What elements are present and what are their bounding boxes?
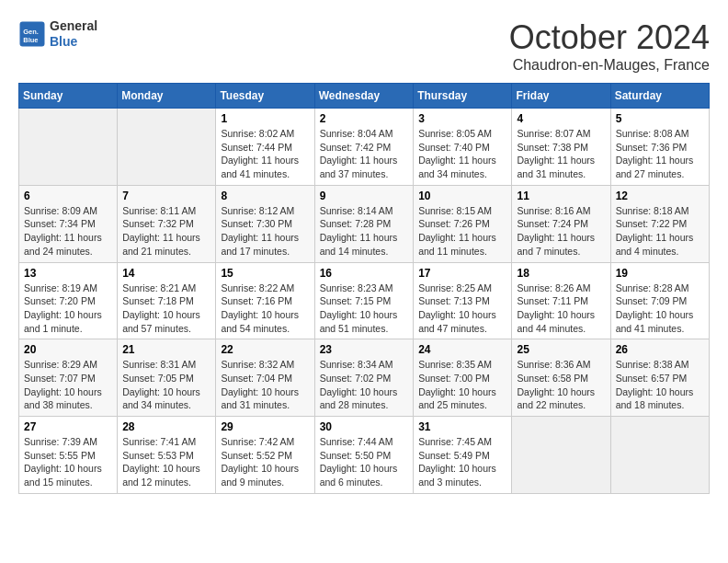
day-info: Sunrise: 8:21 AM Sunset: 7:18 PM Dayligh… — [122, 282, 210, 336]
calendar-cell: 13Sunrise: 8:19 AM Sunset: 7:20 PM Dayli… — [19, 262, 118, 339]
calendar-cell: 2Sunrise: 8:04 AM Sunset: 7:42 PM Daylig… — [314, 109, 414, 186]
day-number: 27 — [24, 420, 112, 433]
calendar-cell: 28Sunrise: 7:41 AM Sunset: 5:53 PM Dayli… — [118, 417, 216, 494]
calendar-cell: 1Sunrise: 8:02 AM Sunset: 7:44 PM Daylig… — [216, 109, 314, 186]
day-number: 3 — [418, 112, 506, 125]
calendar-cell: 3Sunrise: 8:05 AM Sunset: 7:40 PM Daylig… — [414, 109, 512, 186]
svg-text:Gen.: Gen. — [23, 28, 39, 36]
day-number: 29 — [221, 420, 309, 433]
calendar-cell: 27Sunrise: 7:39 AM Sunset: 5:55 PM Dayli… — [19, 417, 118, 494]
calendar-week-row: 13Sunrise: 8:19 AM Sunset: 7:20 PM Dayli… — [19, 262, 710, 339]
day-info: Sunrise: 8:09 AM Sunset: 7:34 PM Dayligh… — [24, 204, 112, 259]
calendar-cell: 25Sunrise: 8:36 AM Sunset: 6:58 PM Dayli… — [512, 339, 610, 417]
month-title: October 2024 — [509, 18, 710, 57]
calendar-cell: 11Sunrise: 8:16 AM Sunset: 7:24 PM Dayli… — [512, 185, 610, 262]
calendar-cell: 31Sunrise: 7:45 AM Sunset: 5:49 PM Dayli… — [414, 417, 512, 494]
weekday-header: Sunday — [19, 84, 118, 109]
day-number: 10 — [418, 190, 506, 202]
day-info: Sunrise: 8:11 AM Sunset: 7:32 PM Dayligh… — [122, 204, 210, 259]
calendar-cell: 8Sunrise: 8:12 AM Sunset: 7:30 PM Daylig… — [216, 185, 314, 262]
day-info: Sunrise: 8:34 AM Sunset: 7:02 PM Dayligh… — [320, 358, 409, 412]
day-number: 16 — [320, 267, 409, 280]
day-info: Sunrise: 8:07 AM Sunset: 7:38 PM Dayligh… — [517, 127, 605, 181]
calendar-cell: 18Sunrise: 8:26 AM Sunset: 7:11 PM Dayli… — [512, 262, 610, 339]
day-info: Sunrise: 8:26 AM Sunset: 7:11 PM Dayligh… — [517, 282, 605, 336]
day-number: 23 — [320, 343, 409, 356]
calendar-cell: 7Sunrise: 8:11 AM Sunset: 7:32 PM Daylig… — [118, 185, 216, 262]
day-number: 9 — [320, 190, 409, 202]
day-number: 26 — [616, 343, 704, 356]
day-info: Sunrise: 7:44 AM Sunset: 5:50 PM Dayligh… — [320, 435, 409, 489]
day-number: 31 — [418, 420, 506, 433]
calendar-cell — [512, 417, 610, 494]
day-number: 17 — [418, 267, 506, 280]
day-number: 1 — [221, 112, 309, 125]
day-number: 2 — [320, 112, 409, 125]
calendar-cell: 22Sunrise: 8:32 AM Sunset: 7:04 PM Dayli… — [216, 339, 314, 417]
day-number: 24 — [418, 343, 506, 356]
day-info: Sunrise: 8:19 AM Sunset: 7:20 PM Dayligh… — [24, 282, 112, 336]
day-info: Sunrise: 7:42 AM Sunset: 5:52 PM Dayligh… — [221, 435, 309, 489]
day-info: Sunrise: 7:39 AM Sunset: 5:55 PM Dayligh… — [24, 435, 112, 489]
day-number: 30 — [320, 420, 409, 433]
day-number: 14 — [122, 267, 210, 280]
weekday-header: Friday — [512, 84, 610, 109]
calendar-cell: 17Sunrise: 8:25 AM Sunset: 7:13 PM Dayli… — [414, 262, 512, 339]
calendar-cell — [610, 417, 709, 494]
calendar-table: SundayMondayTuesdayWednesdayThursdayFrid… — [18, 83, 710, 494]
page-header: Gen. Blue General Blue October 2024 Chau… — [18, 18, 710, 74]
day-info: Sunrise: 8:02 AM Sunset: 7:44 PM Dayligh… — [221, 127, 309, 181]
weekday-header: Thursday — [414, 84, 512, 109]
calendar-week-row: 6Sunrise: 8:09 AM Sunset: 7:34 PM Daylig… — [19, 185, 710, 262]
day-number: 18 — [517, 267, 605, 280]
day-number: 25 — [517, 343, 605, 356]
calendar-cell: 30Sunrise: 7:44 AM Sunset: 5:50 PM Dayli… — [314, 417, 414, 494]
day-info: Sunrise: 8:04 AM Sunset: 7:42 PM Dayligh… — [320, 127, 409, 181]
day-number: 6 — [24, 190, 112, 202]
day-info: Sunrise: 8:38 AM Sunset: 6:57 PM Dayligh… — [616, 358, 704, 412]
day-info: Sunrise: 8:35 AM Sunset: 7:00 PM Dayligh… — [418, 358, 506, 412]
calendar-cell — [118, 109, 216, 186]
day-number: 21 — [122, 343, 210, 356]
calendar-cell: 21Sunrise: 8:31 AM Sunset: 7:05 PM Dayli… — [118, 339, 216, 417]
day-info: Sunrise: 8:15 AM Sunset: 7:26 PM Dayligh… — [418, 204, 506, 259]
calendar-cell: 5Sunrise: 8:08 AM Sunset: 7:36 PM Daylig… — [610, 109, 709, 186]
location: Chaudron-en-Mauges, France — [509, 57, 710, 74]
calendar-cell: 16Sunrise: 8:23 AM Sunset: 7:15 PM Dayli… — [314, 262, 414, 339]
calendar-cell: 6Sunrise: 8:09 AM Sunset: 7:34 PM Daylig… — [19, 185, 118, 262]
calendar-week-row: 27Sunrise: 7:39 AM Sunset: 5:55 PM Dayli… — [19, 417, 710, 494]
logo-text: General Blue — [50, 18, 97, 50]
day-info: Sunrise: 8:05 AM Sunset: 7:40 PM Dayligh… — [418, 127, 506, 181]
weekday-header: Tuesday — [216, 84, 314, 109]
calendar-week-row: 20Sunrise: 8:29 AM Sunset: 7:07 PM Dayli… — [19, 339, 710, 417]
day-info: Sunrise: 8:08 AM Sunset: 7:36 PM Dayligh… — [616, 127, 704, 181]
logo-icon: Gen. Blue — [18, 20, 46, 48]
calendar-cell: 20Sunrise: 8:29 AM Sunset: 7:07 PM Dayli… — [19, 339, 118, 417]
weekday-header: Wednesday — [314, 84, 414, 109]
day-number: 15 — [221, 267, 309, 280]
day-info: Sunrise: 8:22 AM Sunset: 7:16 PM Dayligh… — [221, 282, 309, 336]
calendar-header-row: SundayMondayTuesdayWednesdayThursdayFrid… — [19, 84, 710, 109]
day-info: Sunrise: 7:45 AM Sunset: 5:49 PM Dayligh… — [418, 435, 506, 489]
day-info: Sunrise: 8:16 AM Sunset: 7:24 PM Dayligh… — [517, 204, 605, 259]
day-info: Sunrise: 8:32 AM Sunset: 7:04 PM Dayligh… — [221, 358, 309, 412]
calendar-cell: 12Sunrise: 8:18 AM Sunset: 7:22 PM Dayli… — [610, 185, 709, 262]
day-number: 20 — [24, 343, 112, 356]
title-block: October 2024 Chaudron-en-Mauges, France — [509, 18, 710, 74]
day-info: Sunrise: 8:25 AM Sunset: 7:13 PM Dayligh… — [418, 282, 506, 336]
day-number: 28 — [122, 420, 210, 433]
day-info: Sunrise: 8:29 AM Sunset: 7:07 PM Dayligh… — [24, 358, 112, 412]
calendar-cell: 9Sunrise: 8:14 AM Sunset: 7:28 PM Daylig… — [314, 185, 414, 262]
day-number: 22 — [221, 343, 309, 356]
calendar-cell: 26Sunrise: 8:38 AM Sunset: 6:57 PM Dayli… — [610, 339, 709, 417]
day-number: 19 — [616, 267, 704, 280]
calendar-cell: 14Sunrise: 8:21 AM Sunset: 7:18 PM Dayli… — [118, 262, 216, 339]
day-info: Sunrise: 8:28 AM Sunset: 7:09 PM Dayligh… — [616, 282, 704, 336]
day-number: 12 — [616, 190, 704, 202]
day-number: 4 — [517, 112, 605, 125]
day-number: 13 — [24, 267, 112, 280]
day-number: 8 — [221, 190, 309, 202]
calendar-cell: 24Sunrise: 8:35 AM Sunset: 7:00 PM Dayli… — [414, 339, 512, 417]
calendar-cell — [19, 109, 118, 186]
svg-text:Blue: Blue — [23, 36, 38, 44]
